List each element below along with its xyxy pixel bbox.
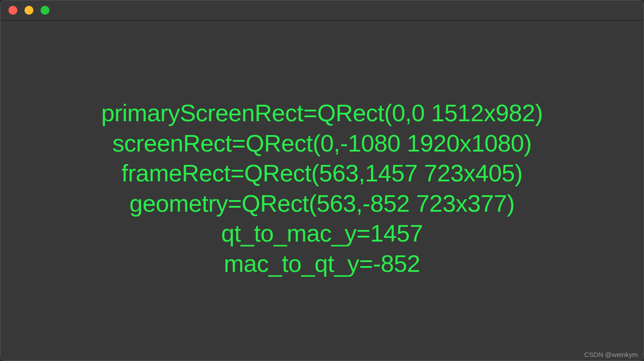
watermark: CSDN @weinkym [584,351,638,358]
zoom-icon[interactable] [41,6,49,15]
screen-rect-line: screenRect=QRect(0,-1080 1920x1080) [112,128,532,159]
titlebar[interactable] [0,0,644,21]
minimize-icon[interactable] [24,6,33,15]
geometry-line: geometry=QRect(563,-852 723x377) [129,189,514,219]
frame-rect-line: frameRect=QRect(563,1457 723x405) [122,158,523,189]
mac-to-qt-y-line: mac_to_qt_y=-852 [224,249,420,279]
app-window: primaryScreenRect=QRect(0,0 1512x982) sc… [0,0,644,361]
qt-to-mac-y-line: qt_to_mac_y=1457 [221,218,423,249]
primary-screen-rect-line: primaryScreenRect=QRect(0,0 1512x982) [101,98,542,128]
close-icon[interactable] [8,6,17,15]
content-area: primaryScreenRect=QRect(0,0 1512x982) sc… [0,21,644,361]
